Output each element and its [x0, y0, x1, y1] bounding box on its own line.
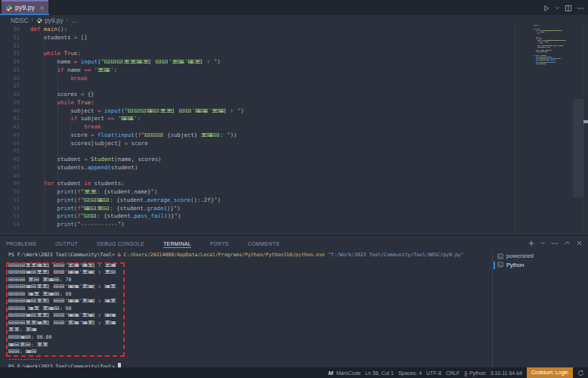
terminal-profile-chevron-icon[interactable] — [540, 240, 546, 246]
line-number: 53 — [0, 212, 20, 221]
minimap-line — [545, 32, 546, 33]
new-terminal-icon[interactable] — [528, 240, 535, 247]
active-terminal-indicator — [494, 262, 495, 269]
minimap-line — [557, 58, 561, 59]
statusbar-interpreter[interactable]: 3.10.11 64-bit — [491, 370, 522, 376]
code-line — [30, 42, 244, 51]
panel-tab-debug-console[interactable]: DEBUG CONSOLE — [97, 239, 144, 248]
statusbar-indentation[interactable]: Spaces: 4 — [398, 370, 422, 376]
minimap-line — [536, 32, 537, 33]
code-line — [30, 147, 244, 156]
tab-py9py[interactable]: py9.py — [2, 0, 48, 14]
statusbar-line-col[interactable]: Ln 58, Col 1 — [365, 370, 394, 376]
terminal-line: PS F:\Work\2023 Tool\Community\Tool> & C… — [8, 252, 464, 259]
code-line: print(f"平均成绩: {student.average_score():.… — [30, 197, 244, 205]
line-number: 36 — [0, 75, 20, 83]
line-number: 54 — [0, 221, 20, 229]
tab-close-icon[interactable] — [39, 5, 45, 11]
code-line — [30, 172, 244, 181]
line-number: 39 — [0, 99, 20, 107]
minimap-line — [538, 30, 539, 31]
code-line: scores = {} — [30, 91, 244, 99]
code-line: student = Student(name, scores) — [30, 156, 244, 164]
panel-tab-comments[interactable]: COMMENTS — [248, 239, 280, 248]
minimap-line — [540, 25, 540, 26]
breadcrumb-chevron-icon: › — [32, 17, 34, 23]
code-line — [30, 82, 244, 91]
breadcrumb-symbol[interactable]: … — [71, 17, 77, 24]
minimap-line — [546, 40, 565, 41]
editor-actions — [543, 3, 584, 13]
minimap-line — [536, 51, 540, 52]
panel-more-actions-icon[interactable] — [551, 240, 559, 247]
code-line: while True: — [30, 99, 244, 107]
red-dashed-annotation — [6, 262, 125, 357]
minimap-line — [540, 57, 543, 57]
panel-tab-terminal[interactable]: TERMINAL — [163, 239, 191, 248]
panel-tab-ports[interactable]: PORTS — [210, 239, 229, 248]
minimap-line — [565, 40, 566, 41]
status-bar: MMarsCode Ln 58, Col 1 Spaces: 4 UTF-8 C… — [0, 367, 588, 378]
minimap-line — [549, 45, 552, 46]
minimap-line — [534, 55, 535, 56]
line-number: 32 — [0, 42, 20, 51]
overview-ruler-marker — [583, 120, 588, 123]
minimap-line — [539, 29, 540, 29]
minimap-line — [540, 60, 545, 60]
statusbar-codeium-login[interactable]: Codeium: Login — [527, 367, 573, 378]
line-number-gutter: 3031323334353637383940414243444546474849… — [0, 26, 20, 229]
code-line: while True: — [30, 50, 244, 58]
terminal-instance-powershell[interactable]: powershell — [497, 252, 534, 261]
minimap-line — [540, 42, 543, 42]
minimap-line — [536, 30, 538, 31]
terminal-instance-list: powershellPython — [497, 252, 534, 269]
minimap-line — [536, 50, 540, 51]
code-line: if name == '结束': — [30, 67, 244, 75]
panel-tab-problems[interactable]: PROBLEMS — [6, 239, 36, 248]
terminal-sidebar-separator — [492, 250, 493, 368]
line-number: 52 — [0, 205, 20, 213]
minimap-line — [537, 45, 540, 46]
sync-icon[interactable] — [577, 370, 584, 376]
panel-actions — [528, 236, 588, 250]
editor-scrollbar[interactable] — [573, 99, 583, 197]
terminal-icon — [497, 262, 503, 268]
terminal-instance-python[interactable]: Python — [497, 261, 534, 270]
code-line: score = float(input(f"请输入 {subject} 的成绩:… — [30, 132, 244, 140]
minimap-line — [536, 55, 540, 56]
statusbar-language[interactable]: {}Python — [464, 370, 485, 376]
minimap-line — [543, 62, 547, 63]
code-line: for student in students: — [30, 180, 244, 188]
line-number: 46 — [0, 156, 20, 164]
editor-tab-bar: py9.py — [0, 0, 588, 15]
statusbar-eol[interactable]: CRLF — [446, 370, 460, 376]
close-panel-icon[interactable] — [576, 240, 583, 246]
minimap-line — [545, 50, 552, 51]
minimap-line — [537, 33, 540, 34]
run-dropdown-chevron-icon[interactable] — [555, 5, 560, 11]
panel-tab-output[interactable]: OUTPUT — [55, 239, 78, 248]
minimap-line — [562, 30, 562, 31]
more-actions-button[interactable] — [577, 5, 584, 12]
line-number: 35 — [0, 67, 20, 75]
run-button[interactable] — [543, 5, 550, 12]
code-editor[interactable]: 3031323334353637383940414243444546474849… — [0, 25, 588, 235]
indent-guide — [70, 107, 71, 148]
code-line: break — [30, 75, 244, 83]
line-number: 41 — [0, 115, 20, 123]
maximize-panel-icon[interactable] — [564, 240, 571, 246]
split-editor-button[interactable] — [565, 5, 572, 12]
minimap-line — [540, 62, 543, 63]
minimap-border — [515, 25, 515, 235]
statusbar-marscode[interactable]: MMarsCode — [328, 370, 361, 376]
minimap-line — [542, 45, 545, 46]
minimap-line — [534, 29, 537, 29]
minimap-line — [537, 32, 540, 33]
code-line: students.append(student) — [30, 164, 244, 172]
code-line: students = [] — [30, 34, 244, 42]
breadcrumb-file[interactable]: py9.py — [45, 17, 63, 24]
terminal-line: ----------- — [8, 356, 464, 364]
statusbar-encoding[interactable]: UTF-8 — [426, 370, 441, 376]
breadcrumb-folder[interactable]: NDSC — [11, 17, 29, 24]
code-line: def main(): — [30, 26, 244, 34]
